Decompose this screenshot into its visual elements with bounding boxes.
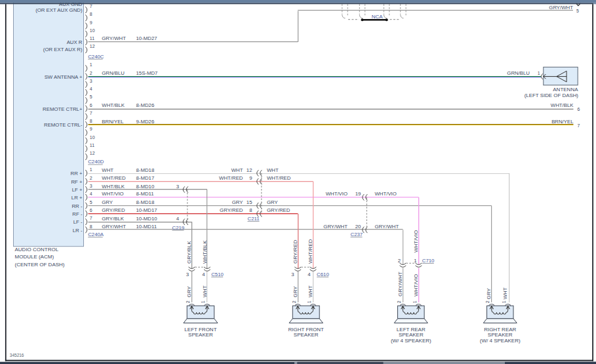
svg-text:GRY: GRY <box>102 199 113 205</box>
svg-text:4: 4 <box>308 272 311 277</box>
svg-text:C610: C610 <box>317 272 329 277</box>
svg-text:10-MD10: 10-MD10 <box>136 216 158 222</box>
svg-text:GRY/RED: GRY/RED <box>267 207 290 213</box>
svg-text:RF -: RF - <box>72 211 83 217</box>
svg-text:WHT/VIO: WHT/VIO <box>102 191 123 197</box>
svg-text:WHT/BLK: WHT/BLK <box>102 102 125 108</box>
svg-text:C240D: C240D <box>88 159 104 165</box>
svg-text:LF +: LF + <box>72 187 83 193</box>
svg-text:WHT: WHT <box>231 167 243 173</box>
svg-text:GRY/WHT: GRY/WHT <box>549 5 573 10</box>
svg-text:3: 3 <box>291 272 294 277</box>
svg-text:WHT/VIO: WHT/VIO <box>413 274 419 296</box>
svg-text:LF -: LF - <box>73 219 83 225</box>
svg-text:2: 2 <box>90 71 92 75</box>
svg-text:WHT/RED: WHT/RED <box>267 175 291 181</box>
svg-text:11: 11 <box>90 143 94 148</box>
svg-text:1: 1 <box>90 167 92 172</box>
svg-text:RF +: RF + <box>71 179 83 185</box>
svg-text:10-MD27: 10-MD27 <box>136 35 157 41</box>
svg-text:WHT/VIO: WHT/VIO <box>413 230 419 253</box>
svg-text:RR -: RR - <box>71 203 82 209</box>
svg-text:C219: C219 <box>172 225 185 231</box>
svg-text:9: 9 <box>90 127 92 131</box>
svg-text:11: 11 <box>90 36 94 41</box>
svg-text:4: 4 <box>90 87 92 91</box>
svg-text:3: 3 <box>90 184 92 188</box>
svg-text:WHT: WHT <box>502 287 508 299</box>
svg-text:8: 8 <box>90 119 92 123</box>
svg-text:1: 1 <box>201 300 205 303</box>
svg-text:(OR EXT AUX R): (OR EXT AUX R) <box>43 47 83 52</box>
svg-text:WHT: WHT <box>202 285 208 297</box>
svg-text:4: 4 <box>176 216 180 222</box>
svg-text:(W/ 4 SPEAKER): (W/ 4 SPEAKER) <box>391 338 431 344</box>
svg-text:C510: C510 <box>211 272 224 277</box>
svg-text:10: 10 <box>90 28 95 33</box>
svg-text:WHT/RED: WHT/RED <box>219 175 243 181</box>
svg-text:3: 3 <box>186 272 189 277</box>
svg-text:GRY/BLK: GRY/BLK <box>102 216 124 222</box>
svg-text:GRY/BLK: GRY/BLK <box>186 241 192 264</box>
svg-text:REMOTE CTRL+: REMOTE CTRL+ <box>43 106 83 112</box>
svg-text:4: 4 <box>90 192 92 196</box>
svg-text:C211: C211 <box>248 216 260 222</box>
svg-text:LR +: LR + <box>71 195 83 201</box>
svg-text:GRY/RED: GRY/RED <box>102 207 125 213</box>
svg-text:8-MD18: 8-MD18 <box>136 167 155 173</box>
svg-text:LR -: LR - <box>73 228 83 233</box>
svg-text:WHT/BLK: WHT/BLK <box>551 102 574 108</box>
svg-text:1: 1 <box>502 300 506 303</box>
svg-text:5: 5 <box>576 9 579 13</box>
svg-text:2: 2 <box>398 258 401 264</box>
svg-text:WHT: WHT <box>102 167 113 173</box>
svg-text:15: 15 <box>247 199 252 205</box>
svg-text:9: 9 <box>90 20 92 25</box>
svg-text:8-MD17: 8-MD17 <box>136 175 155 181</box>
svg-text:1: 1 <box>412 300 417 303</box>
svg-text:5: 5 <box>90 94 92 99</box>
svg-text:GRY: GRY <box>292 286 298 298</box>
svg-text:SPEAKER: SPEAKER <box>399 332 424 338</box>
svg-text:6: 6 <box>578 107 580 111</box>
svg-text:(LEFT SIDE OF DASH): (LEFT SIDE OF DASH) <box>525 92 579 98</box>
svg-text:GRY: GRY <box>232 199 244 205</box>
svg-text:GRY/WHT: GRY/WHT <box>323 224 348 230</box>
svg-text:GRY/WHT: GRY/WHT <box>102 35 126 41</box>
svg-text:GRY/RED: GRY/RED <box>220 207 243 213</box>
svg-text:REMOTE CTRL-: REMOTE CTRL- <box>44 122 83 128</box>
svg-text:WHT/RED: WHT/RED <box>102 175 126 181</box>
svg-text:3: 3 <box>90 79 92 83</box>
svg-text:GRN/BLU: GRN/BLU <box>102 70 125 76</box>
svg-text:GRY/RED: GRY/RED <box>292 239 298 264</box>
svg-text:(OR EXT AUX GND): (OR EXT AUX GND) <box>35 7 83 13</box>
svg-text:5: 5 <box>90 200 92 205</box>
svg-text:WHT/BLK: WHT/BLK <box>202 240 208 264</box>
svg-text:15S-MD7: 15S-MD7 <box>136 70 158 76</box>
svg-text:WHT/VIO: WHT/VIO <box>326 191 348 197</box>
svg-text:BRN/YEL: BRN/YEL <box>551 119 574 125</box>
svg-text:C240C: C240C <box>88 54 104 60</box>
svg-text:7: 7 <box>578 123 580 128</box>
svg-text:NCA: NCA <box>372 14 384 20</box>
svg-text:12: 12 <box>90 151 95 155</box>
svg-text:20: 20 <box>355 224 361 230</box>
svg-text:SPEAKER: SPEAKER <box>294 332 319 338</box>
svg-text:10-MD11: 10-MD11 <box>136 224 157 230</box>
svg-text:7: 7 <box>90 4 92 9</box>
svg-text:6: 6 <box>90 103 92 108</box>
svg-text:2: 2 <box>485 300 490 303</box>
svg-text:1: 1 <box>538 71 540 75</box>
svg-text:SPEAKER: SPEAKER <box>488 332 513 338</box>
svg-text:C240A: C240A <box>88 232 104 237</box>
svg-text:8-MD18: 8-MD18 <box>136 199 155 205</box>
svg-text:C710: C710 <box>422 258 435 264</box>
svg-text:8-MD26: 8-MD26 <box>136 102 155 108</box>
svg-text:10-MD17: 10-MD17 <box>136 207 157 213</box>
svg-text:9: 9 <box>249 175 252 181</box>
svg-text:345216: 345216 <box>10 353 24 357</box>
svg-text:2: 2 <box>397 300 401 303</box>
svg-text:2: 2 <box>90 176 92 180</box>
svg-text:2: 2 <box>186 300 190 303</box>
svg-text:WHT/VIO: WHT/VIO <box>375 191 397 197</box>
